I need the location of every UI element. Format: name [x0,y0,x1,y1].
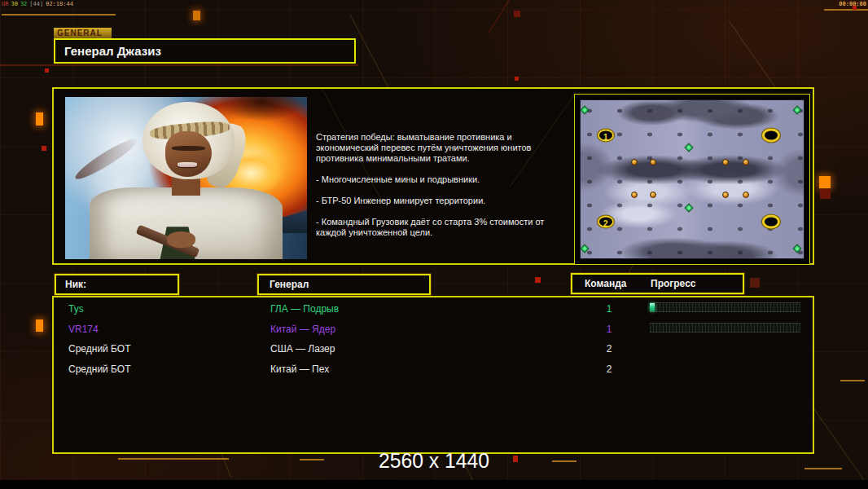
strategy-paragraph: - Командный Грузовик даёт со старта 3% с… [316,217,573,238]
portrait-face [165,131,211,177]
player-team: 1 [599,303,619,315]
map-tech-building-icon [650,192,656,198]
circuit-node [515,77,519,81]
stats-overlay: UR3032[44]02:18:44 [2,1,76,7]
circuit-node [36,319,43,332]
stats-segment: 32 [20,1,27,7]
portrait-neck [172,177,201,196]
player-team: 1 [599,324,619,335]
letterbox-bar [0,480,868,489]
strategy-paragraph: - БТР-50 Инженер минирует территории. [316,196,573,206]
player-progress-bar [650,302,800,312]
map-supply-gem-icon [792,244,801,253]
progress-fill [650,303,655,311]
circuit-node [514,11,520,17]
player-nick: Средний БОТ [68,363,131,375]
circuit-node [819,176,831,188]
portrait-mouth [178,162,197,167]
player-progress-bar [650,323,800,333]
map-supply-gem-icon [684,203,693,212]
circuit-node [535,277,541,283]
circuit-dash [2,14,116,15]
player-row: Средний БОТ Китай — Пех 2 [54,359,813,380]
general-info-panel: Стратегия победы: выматывание противника… [52,87,814,265]
player-general: ГЛА — Подрыв [270,303,339,315]
player-nick: VR174 [68,324,99,335]
map-supply-gem-icon [684,143,693,152]
stats-segment: 02:18:44 [46,1,73,7]
general-title-box: Генерал Джазиз [54,38,356,64]
circuit-node [750,278,760,288]
column-header-team-progress: Команда Прогресс [571,273,744,294]
column-header-general: Генерал [257,274,431,295]
map-start-marker: 1 [598,129,614,141]
stats-segment: UR [2,1,8,7]
map-supply-gem-icon [792,105,801,114]
column-header-nick: Ник: [55,274,179,295]
map-tech-building-icon [722,159,729,165]
map-tech-building-icon [631,159,638,165]
portrait-brow [172,146,206,151]
map-tech-building-icon [631,192,638,198]
player-row: Средний БОТ США — Лазер 2 [54,339,813,359]
nick-header-label: Ник: [65,279,86,290]
circuit-dash [824,9,868,11]
player-general: Китай — Ядер [270,324,335,335]
general-header-label: Генерал [270,279,309,290]
player-general: Китай — Пех [270,363,329,375]
circuit-trace [0,64,358,66]
map-supply-gem-icon [581,244,590,253]
map-tech-building-icon [743,159,749,165]
general-portrait [65,97,307,259]
player-general: США — Лазер [270,343,335,355]
player-nick: Средний БОТ [68,343,131,355]
player-row: VR174 Китай — Ядер 1 [54,319,813,340]
circuit-node [820,189,831,199]
clock-overlay: 00:00:00 [839,1,866,7]
map-supply-gem-icon [581,105,590,114]
players-table: Tys ГЛА — Подрыв 1 VR174 Китай — Ядер 1 … [52,296,814,454]
general-title: Генерал Джазиз [64,44,161,58]
player-team: 2 [599,363,619,375]
circuit-node [45,68,49,73]
stats-segment: [44] [29,1,43,7]
strategy-paragraph: - Многочисленные мины и подрывники. [316,174,573,185]
map-tech-building-icon [722,192,729,198]
strategy-paragraph: Стратегия победы: выматывание противника… [316,132,573,164]
circuit-dash [840,380,865,381]
map-open-slot [762,128,780,142]
map-tech-building-icon [743,192,749,198]
map-open-slot [762,215,780,229]
player-row: Tys ГЛА — Подрыв 1 [54,299,813,319]
team-header-label: Команда [585,275,626,293]
circuit-node [193,11,200,20]
map-terrain: 12 [580,99,804,259]
map-start-marker: 2 [598,216,614,228]
general-tab: GENERAL [54,28,112,38]
progress-header-label: Прогресс [651,275,695,293]
loading-screen: UR3032[44]02:18:44 00:00:00 GENERAL Гене… [0,0,868,489]
resolution-label: 2560 x 1440 [22,448,847,473]
portrait-hand [167,231,196,248]
stats-segment: 30 [11,1,17,7]
circuit-node [42,146,46,151]
player-team: 2 [599,343,619,355]
map-tech-building-icon [650,159,656,165]
player-nick: Tys [68,303,84,315]
strategy-text: Стратегия победы: выматывание противника… [316,132,573,249]
map-preview-frame: 12 [574,94,810,265]
circuit-node [36,112,43,126]
players-rows: Tys ГЛА — Подрыв 1 VR174 Китай — Ядер 1 … [54,297,813,379]
